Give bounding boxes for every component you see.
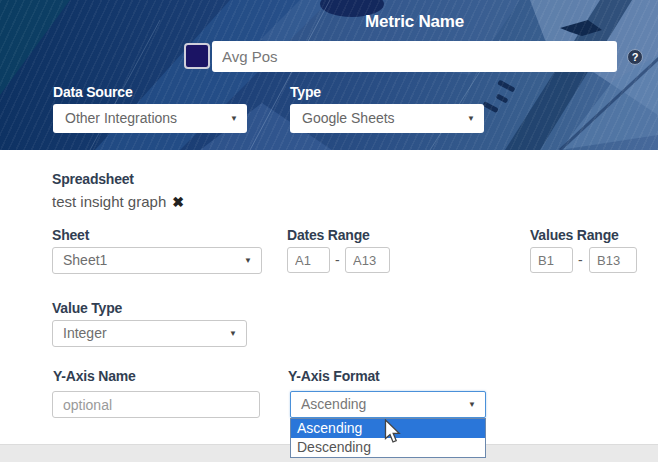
chevron-down-icon: ▼	[229, 321, 237, 346]
y-axis-format-value: Ascending	[301, 396, 366, 412]
sheet-value: Sheet1	[63, 252, 107, 268]
option-descending[interactable]: Descending	[291, 438, 485, 457]
spreadsheet-label: Spreadsheet	[52, 171, 134, 187]
data-source-label: Data Source	[53, 84, 133, 100]
chevron-down-icon: ▼	[467, 104, 475, 133]
type-value: Google Sheets	[302, 110, 395, 126]
value-type-label: Value Type	[52, 300, 122, 316]
sheet-select[interactable]: Sheet1 ▼	[52, 247, 262, 274]
dates-range-to-input[interactable]	[345, 247, 390, 273]
data-source-value: Other Integrations	[65, 110, 177, 126]
metric-name-input[interactable]	[212, 41, 617, 72]
y-axis-name-label: Y-Axis Name	[53, 368, 136, 384]
values-range-label: Values Range	[530, 227, 619, 243]
values-range-to-input[interactable]	[589, 247, 637, 273]
help-icon[interactable]: ?	[627, 49, 643, 65]
chevron-down-icon: ▼	[230, 104, 238, 133]
dialog-header: Metric Name ? Data Source Other Integrat…	[0, 0, 658, 150]
dialog-title: Metric Name	[212, 12, 617, 32]
range-separator: -	[578, 252, 583, 268]
spreadsheet-value: test insight graph✖	[52, 193, 184, 210]
dates-range-from-input[interactable]	[287, 247, 330, 273]
dates-range-label: Dates Range	[287, 227, 370, 243]
chevron-down-icon: ▼	[244, 248, 252, 273]
range-separator: -	[335, 252, 340, 268]
metric-color-checkbox[interactable]	[184, 43, 210, 69]
data-source-select[interactable]: Other Integrations ▼	[53, 104, 247, 133]
type-label: Type	[290, 84, 321, 100]
y-axis-format-option-list: Ascending Descending	[290, 418, 486, 458]
y-axis-name-input[interactable]	[52, 391, 260, 418]
type-select[interactable]: Google Sheets ▼	[290, 104, 484, 133]
option-ascending[interactable]: Ascending	[291, 419, 485, 438]
sheet-label: Sheet	[52, 227, 89, 243]
metric-config-dialog: Metric Name ? Data Source Other Integrat…	[0, 0, 658, 462]
spreadsheet-name-text: test insight graph	[52, 193, 166, 210]
value-type-select[interactable]: Integer ▼	[52, 320, 247, 347]
y-axis-format-select[interactable]: Ascending ▼	[290, 391, 486, 418]
chevron-down-icon: ▼	[468, 392, 476, 417]
remove-spreadsheet-icon[interactable]: ✖	[172, 194, 184, 210]
y-axis-format-label: Y-Axis Format	[288, 368, 380, 384]
values-range-from-input[interactable]	[530, 247, 573, 273]
value-type-value: Integer	[63, 325, 107, 341]
